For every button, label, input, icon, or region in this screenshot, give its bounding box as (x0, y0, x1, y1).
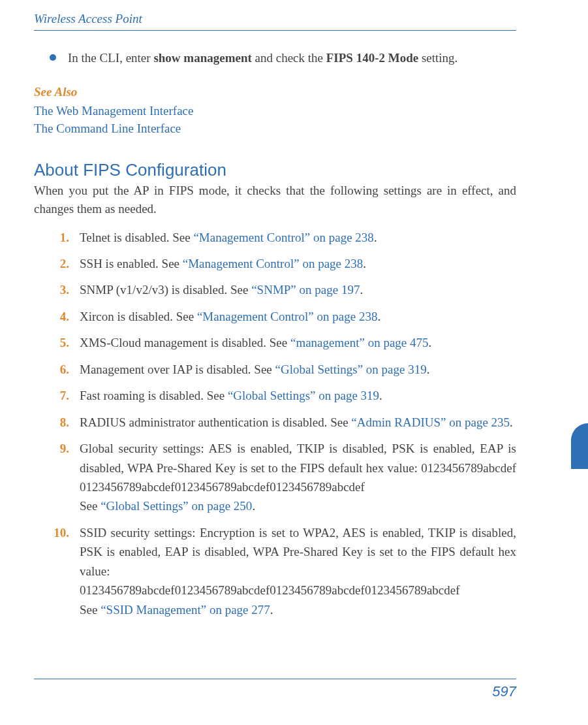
cli-mid: and check the (252, 51, 326, 65)
cross-ref-link[interactable]: “Management Control” on page 238 (183, 257, 363, 270)
cli-pre: In the CLI, enter (68, 51, 153, 65)
cli-post: setting. (418, 51, 457, 65)
item-text: Management over IAP is disabled. See (80, 362, 275, 376)
list-item: 3. SNMP (v1/v2/v3) is disabled. See “SNM… (54, 280, 516, 299)
section-title: About FIPS Configuration (34, 160, 516, 180)
list-item: 4. Xircon is disabled. See “Management C… (54, 307, 516, 326)
item-post: . (252, 499, 255, 513)
item-number: 10. (54, 523, 69, 619)
item-see: See (80, 603, 101, 617)
cross-ref-link[interactable]: “Global Settings” on page 250 (101, 499, 252, 513)
item-see: See (80, 499, 101, 513)
bullet-disc-icon (50, 54, 56, 61)
item-number: 9. (54, 439, 69, 516)
hex-value: 0123456789abcdef0123456789abcdef01234567… (80, 583, 460, 597)
list-item: 7. Fast roaming is disabled. See “Global… (54, 386, 516, 405)
page-number: 597 (34, 679, 516, 700)
list-item: 6. Management over IAP is disabled. See … (54, 360, 516, 379)
cross-ref-link[interactable]: “Global Settings” on page 319 (228, 389, 379, 402)
cross-ref-link[interactable]: “Management Control” on page 238 (197, 310, 377, 323)
item-post: . (363, 257, 366, 270)
running-head: Wireless Access Point (34, 12, 516, 31)
item-number: 6. (54, 360, 69, 379)
cross-ref-link[interactable]: “SSID Management” on page 277 (101, 603, 270, 617)
cross-ref-link[interactable]: “Global Settings” on page 319 (275, 362, 427, 376)
item-number: 4. (54, 307, 69, 326)
item-text: SSID security settings: Encryption is se… (80, 526, 516, 578)
item-text: Xircon is disabled. See (80, 310, 197, 323)
cross-ref-link[interactable]: “SNMP” on page 197 (251, 283, 360, 297)
cli-bullet: In the CLI, enter show management and ch… (34, 49, 516, 68)
item-number: 3. (54, 280, 69, 299)
item-post: . (427, 362, 430, 376)
list-item: 2. SSH is enabled. See “Management Contr… (54, 254, 516, 273)
item-post: . (379, 389, 382, 402)
thumb-tab-icon (571, 423, 588, 469)
item-post: . (374, 231, 377, 244)
see-also-link[interactable]: The Command Line Interface (34, 120, 181, 138)
cli-bullet-text: In the CLI, enter show management and ch… (68, 49, 457, 68)
cross-ref-link[interactable]: “Admin RADIUS” on page 235 (351, 415, 510, 429)
item-number: 1. (54, 228, 69, 247)
item-post: . (360, 283, 363, 297)
cross-ref-link[interactable]: “management” on page 475 (290, 336, 429, 349)
item-text: Fast roaming is disabled. See (80, 389, 228, 402)
item-number: 7. (54, 386, 69, 405)
item-post: . (270, 603, 273, 617)
item-post: . (510, 415, 513, 429)
item-text: SNMP (v1/v2/v3) is disabled. See (80, 283, 251, 297)
list-item: 8. RADIUS administrator authentication i… (54, 413, 516, 432)
item-number: 2. (54, 254, 69, 273)
cross-ref-link[interactable]: “Management Control” on page 238 (193, 231, 373, 244)
item-text: Telnet is disabled. See (80, 231, 193, 244)
item-post: . (377, 310, 380, 323)
item-number: 5. (54, 333, 69, 352)
list-item: 1. Telnet is disabled. See “Management C… (54, 228, 516, 247)
item-number: 8. (54, 413, 69, 432)
fips-check-list: 1. Telnet is disabled. See “Management C… (34, 228, 516, 619)
list-item: 10. SSID security settings: Encryption i… (54, 523, 516, 619)
see-also-link[interactable]: The Web Management Interface (34, 102, 193, 120)
section-intro: When you put the AP in FIPS mode, it che… (34, 182, 516, 219)
item-text: RADIUS administrator authentication is d… (80, 415, 351, 429)
cli-mode: FIPS 140-2 Mode (326, 51, 418, 65)
item-text: SSH is enabled. See (80, 257, 183, 270)
item-text: XMS-Cloud management is disabled. See (80, 336, 290, 349)
see-also-label: See Also (34, 85, 516, 99)
cli-command: show management (153, 51, 251, 65)
list-item: 9. Global security settings: AES is enab… (54, 439, 516, 516)
list-item: 5. XMS-Cloud management is disabled. See… (54, 333, 516, 352)
item-post: . (429, 336, 432, 349)
